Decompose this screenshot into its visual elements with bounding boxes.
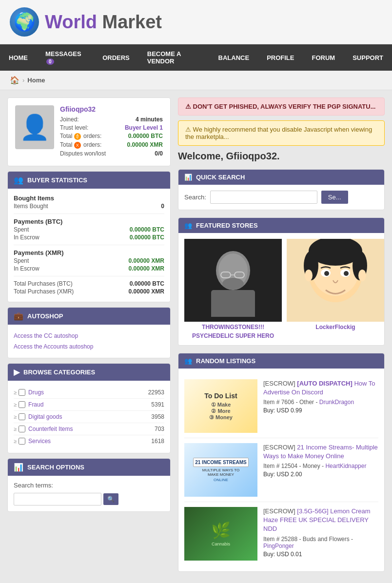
quick-search-body: Search: Se... <box>178 185 384 210</box>
auto-dispatch-tag-1: [AUTO DISPATCH] <box>297 380 352 387</box>
items-bought-label: Items Bought <box>14 203 48 210</box>
categories-icon: ▶ <box>14 368 20 377</box>
listing-seller-2[interactable]: HeartKidnapper <box>325 463 366 469</box>
cat-count-services: 1618 <box>151 438 164 445</box>
xmr-icon: X <box>74 142 81 149</box>
listing-info-2: [ESCROW] 21 Income Streams- Multiple Way… <box>263 443 378 497</box>
btc-icon: ₿ <box>74 133 81 140</box>
quick-search-button[interactable]: Se... <box>321 191 348 204</box>
cat-name-digital[interactable]: Digital goods <box>28 413 151 420</box>
nav-become-vendor[interactable]: BECOME A VENDOR <box>138 44 210 71</box>
total-btc-value: 0.00000 BTC <box>128 133 163 140</box>
autoshop-title: AUTOSHOP <box>27 312 63 320</box>
profile-joined-row: Joined: 4 minutes <box>60 116 163 123</box>
listing-meta-3: Item # 25288 - Buds and Flowers - PingPo… <box>263 536 378 549</box>
svg-rect-1 <box>211 290 255 317</box>
store-item-1[interactable]: THROWINGSTONES!!! PSYCHEDELIC SUPER HERO <box>184 239 282 339</box>
spent-btc-label: Spent <box>14 226 29 233</box>
store-name-1[interactable]: THROWINGSTONES!!! <box>184 324 282 330</box>
alert-danger: ⚠ DON'T GET PHISHED, ALWAYS VERIFY THE P… <box>178 97 385 116</box>
spent-xmr-row: Spent 0.00000 XMR <box>14 257 164 264</box>
cat-name-drugs[interactable]: Drugs <box>28 389 148 396</box>
cat-checkbox-drugs[interactable] <box>19 389 25 396</box>
buyer-stats-header: 👥 BUYER STATISTICS <box>8 172 170 189</box>
category-services: ≥ Services 1618 <box>14 435 164 447</box>
total-purchases-xmr-row: Total Purchases (XMR) 0.00000 XMR <box>14 288 164 295</box>
store-name-2[interactable]: LockerFlockig <box>287 324 384 330</box>
categories-header: ▶ BROWSE CATEGORIES <box>8 364 170 381</box>
autoshop-body: Access the CC autoshop Access the Accoun… <box>8 325 170 358</box>
divider-2 <box>14 245 164 245</box>
listing-info-1: [ESCROW] [AUTO DISPATCH] How To Advertis… <box>263 379 378 433</box>
escrow-btc-value: 0.00000 BTC <box>130 234 164 241</box>
avatar-silhouette: 👤 <box>20 113 50 141</box>
nav-profile[interactable]: PROFILE <box>258 48 303 67</box>
cat-checkbox-services[interactable] <box>19 438 25 445</box>
quick-search-input[interactable] <box>210 191 317 204</box>
buyer-stats-body: Bought Items Items Bought 0 Payments (BT… <box>8 189 170 302</box>
search-submit-button[interactable]: 🔍 <box>103 493 118 505</box>
breadcrumb-current: Home <box>27 77 45 84</box>
nav-messages[interactable]: MESSAGES 0 <box>37 44 94 71</box>
escrow-btc-row: In Escrow 0.00000 BTC <box>14 234 164 241</box>
cat-checkbox-digital[interactable] <box>19 413 25 420</box>
listing-seller-3[interactable]: PingPonger <box>263 543 294 549</box>
avatar: 👤 <box>15 105 54 149</box>
escrow-btc-label: In Escrow <box>14 234 39 241</box>
home-icon[interactable]: 🏠 <box>10 76 20 85</box>
profile-card: 👤 Gfiioqpo32 Joined: 4 minutes Trust lev… <box>7 97 171 166</box>
listing-thumb-text-3: 🌿 Cannabis <box>209 519 233 548</box>
store-portrait-svg-2 <box>296 239 374 322</box>
category-counterfeit: ≥ Counterfeit Items 703 <box>14 423 164 435</box>
category-digital: ≥ Digital goods 3958 <box>14 411 164 423</box>
stats-icon: 👥 <box>14 175 23 185</box>
profile-username[interactable]: Gfiioqpo32 <box>60 105 163 113</box>
total-xmr-label: Total X orders: <box>60 141 101 149</box>
listing-seller-1[interactable]: DrunkDragon <box>319 399 354 406</box>
store-item-2[interactable]: LockerFlockig <box>287 239 384 339</box>
search-options-body: Search terms: 🔍 <box>8 476 170 511</box>
listing-item-3: 🌿 Cannabis [ESCROW] [3.5G-56G] Lemon Cre… <box>184 502 378 565</box>
listing-info-3: [ESCROW] [3.5G-56G] Lemon Cream Haze FRE… <box>263 507 378 561</box>
categories-body: ≥ Drugs 22953 ≥ Fraud 5391 ≥ Digital goo… <box>8 381 170 453</box>
cat-checkbox-fraud[interactable] <box>19 401 25 408</box>
cat-arrow-digital: ≥ <box>14 414 17 420</box>
categories-box: ▶ BROWSE CATEGORIES ≥ Drugs 22953 ≥ Frau… <box>7 363 171 453</box>
listing-item-1: To Do List ① Make ② More ③ Money [ESCROW… <box>184 374 378 438</box>
cc-autoshop-link[interactable]: Access the CC autoshop <box>14 330 164 341</box>
nav-balance[interactable]: BALANCE <box>210 48 258 67</box>
right-content: ⚠ DON'T GET PHISHED, ALWAYS VERIFY THE P… <box>178 97 385 572</box>
total-purchases-xmr-value: 0.00000 XMR <box>129 288 164 295</box>
cat-count-fraud: 5391 <box>151 401 164 408</box>
nav-orders[interactable]: ORDERS <box>94 48 138 67</box>
profile-btc-row: Total ₿ orders: 0.00000 BTC <box>60 133 163 140</box>
total-xmr-value: 0.00000 XMR <box>127 141 163 149</box>
svg-point-15 <box>344 271 349 276</box>
logo-text: World Market <box>45 12 162 33</box>
divider-3 <box>14 276 164 276</box>
profile-disputes-row: Disputes won/lost 0/0 <box>60 150 163 157</box>
cat-count-drugs: 22953 <box>148 389 164 396</box>
cat-name-counterfeit[interactable]: Counterfeit Items <box>28 426 155 432</box>
search-input[interactable] <box>14 493 101 505</box>
featured-stores-body: THROWINGSTONES!!! PSYCHEDELIC SUPER HERO <box>178 233 384 345</box>
listing-title-3: [ESCROW] [3.5G-56G] Lemon Cream Haze FRE… <box>263 507 378 534</box>
listing-price-2: Buy: USD 2.00 <box>263 471 378 478</box>
search-options-icon: 📊 <box>14 463 23 472</box>
listing-thumb-1: To Do List ① Make ② More ③ Money <box>184 379 257 433</box>
alert-warning-text: ⚠ We highly recommend that you disable J… <box>185 126 372 140</box>
nav-support[interactable]: SUPPORT <box>344 48 392 67</box>
search-terms-label: Search terms: <box>14 482 53 489</box>
cat-name-fraud[interactable]: Fraud <box>28 401 151 408</box>
listing-thumb-3: 🌿 Cannabis <box>184 507 257 561</box>
cat-name-services[interactable]: Services <box>28 438 151 445</box>
categories-title: BROWSE CATEGORIES <box>23 369 95 376</box>
store-portrait-svg-1 <box>201 244 265 317</box>
spent-btc-value: 0.00000 BTC <box>130 226 164 233</box>
logo-globe <box>10 7 39 37</box>
welcome-title: Welcome, Gfiioqpo32. <box>178 151 385 162</box>
accounts-autoshop-link[interactable]: Access the Accounts autoshop <box>14 341 164 352</box>
nav-home[interactable]: HOME <box>0 48 37 67</box>
nav-forum[interactable]: FORUM <box>303 48 344 67</box>
cat-checkbox-counterfeit[interactable] <box>19 426 25 432</box>
